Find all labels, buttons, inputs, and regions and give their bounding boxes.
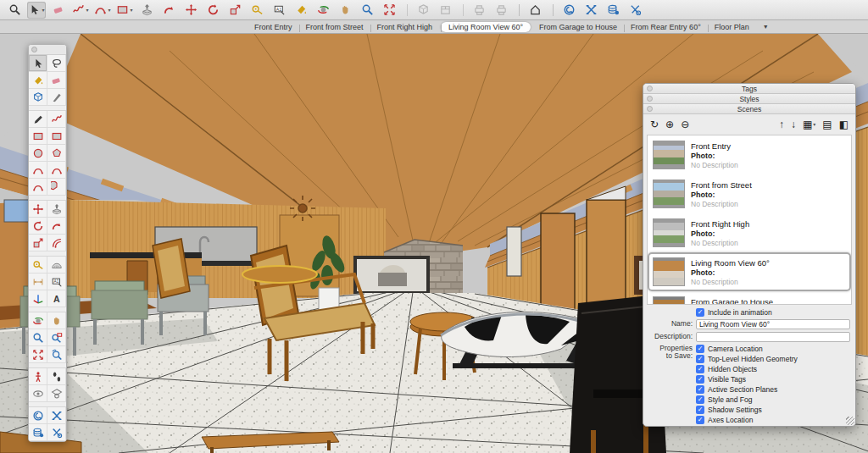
print-tool[interactable]: ▾ [470,2,488,19]
extension-manager-tool[interactable] [47,424,66,441]
panel-header[interactable]: Scenes [643,104,855,114]
text-tool[interactable]: ▾ [270,2,288,19]
axes-tool[interactable] [29,290,47,307]
rectangle-tool[interactable]: ▾ [115,2,134,19]
property-checkbox[interactable]: ✓ [696,416,704,424]
panel-header[interactable]: Tags [643,84,855,94]
offset-tool[interactable] [47,235,66,251]
eraser-tool[interactable] [47,72,66,89]
3d-warehouse-tool[interactable]: ▾ [559,2,578,19]
arc-tool[interactable] [29,162,47,179]
shared-models-tool[interactable]: ▾ [604,2,622,19]
view-options[interactable]: ▦▾ [803,119,815,130]
scene-tab[interactable]: Front Right High [370,22,440,32]
pan-tool[interactable] [47,312,66,329]
previous-view-tool[interactable] [47,346,66,363]
follow-me-tool[interactable]: ▾ [159,2,178,19]
polygon-tool[interactable] [47,145,66,162]
zoom-extents-tool[interactable] [29,346,47,363]
walk-tool[interactable] [47,368,66,385]
scene-list-item[interactable]: Front Right High Photo: No Description [648,213,851,252]
rectangle-tool[interactable] [29,128,47,145]
scene-tabs-overflow-icon[interactable]: ▼ [756,23,776,30]
scene-tab[interactable]: Living Room View 60° [441,22,531,32]
select-tool[interactable]: ▾ [27,2,46,19]
move-tool[interactable]: ▾ [181,2,200,19]
zoom-tool[interactable]: ▾ [5,2,24,19]
rotated-rectangle-tool[interactable] [47,128,66,145]
3d-warehouse-tool[interactable] [29,407,47,424]
scene-tab[interactable]: Front from Street [299,22,370,32]
scene-tab[interactable]: Floor Plan [708,22,756,32]
knife-tool[interactable] [47,89,66,106]
orbit-tool[interactable] [29,312,47,329]
scale-tool[interactable] [29,235,47,251]
scene-tab[interactable]: From Rear Entry 60° [624,22,708,32]
home-tool[interactable]: ▾ [526,2,544,19]
tape-measure-tool[interactable]: ▾ [248,2,266,19]
orbit-tool[interactable]: ▾ [314,2,332,19]
push-pull-tool[interactable] [47,201,66,218]
zoom-window-tool[interactable] [47,329,66,346]
include-in-animation-checkbox[interactable]: ✓ [696,308,704,317]
freehand-tool[interactable] [47,111,66,128]
rotate-tool[interactable]: ▾ [203,2,222,19]
property-checkbox[interactable]: ✓ [696,355,704,363]
arc-tool[interactable]: ▾ [93,2,112,19]
lasso-tool[interactable] [47,55,66,72]
shared-models-tool[interactable] [29,424,47,441]
close-icon[interactable] [31,47,37,52]
scene-list-item[interactable]: Front Entry Photo: No Description [648,135,851,174]
look-around-tool[interactable] [29,385,47,402]
dimension-tool[interactable] [29,273,47,290]
property-checkbox[interactable]: ✓ [696,395,704,404]
extension-manager-tool[interactable]: ▾ [626,2,644,19]
position-camera-tool[interactable] [29,368,47,385]
property-checkbox[interactable]: ✓ [696,385,704,394]
update-scene[interactable]: ↻▾ [650,119,659,130]
export-tool[interactable]: ▾ [492,2,510,19]
scene-list-item[interactable]: Living Room View 60° Photo: No Descripti… [648,252,851,291]
show-details[interactable]: ▤▾ [822,119,832,130]
section-plane-tool[interactable] [47,385,66,402]
panel-resize-handle[interactable] [846,417,854,425]
move-scene-up[interactable]: ↑▾ [779,119,784,130]
tape-measure-tool[interactable] [29,257,47,273]
property-checkbox[interactable]: ✓ [696,345,704,353]
component-tool[interactable]: ▾ [414,2,432,19]
extension-warehouse-tool[interactable]: ▾ [581,2,600,19]
package-tool[interactable]: ▾ [436,2,454,19]
property-checkbox[interactable]: ✓ [696,365,704,373]
remove-scene[interactable]: ⊖▾ [681,119,689,130]
push-pull-tool[interactable]: ▾ [137,2,156,19]
follow-me-tool[interactable] [47,218,66,235]
scene-tab[interactable]: From Garage to House [532,22,624,32]
three-point-arc-tool[interactable] [29,179,47,196]
line-tool[interactable] [29,111,47,128]
panel-header[interactable]: Styles [643,94,855,104]
make-component-tool[interactable] [29,89,47,106]
scene-description-input[interactable] [696,332,850,342]
scene-name-input[interactable] [696,319,850,329]
two-point-arc-tool[interactable] [47,162,66,179]
zoom-view-tool[interactable]: ▾ [358,2,376,19]
add-scene[interactable]: ⊕▾ [665,119,674,130]
move-scene-down[interactable]: ↓▾ [791,119,796,130]
property-checkbox[interactable]: ✓ [696,375,704,384]
paint-bucket-tool[interactable]: ▾ [292,2,310,19]
eraser-tool[interactable]: ▾ [49,2,68,19]
text-tool[interactable] [47,273,66,290]
pan-tool[interactable]: ▾ [336,2,354,19]
select-tool[interactable] [29,55,47,72]
scene-list-item[interactable]: Front from Street Photo: No Description [648,174,851,213]
palette-title-bar[interactable] [29,45,66,55]
freehand-tool[interactable]: ▾ [71,2,90,19]
zoom-tool[interactable] [29,329,47,346]
property-checkbox[interactable]: ✓ [696,406,704,414]
scale-tool[interactable]: ▾ [225,2,244,19]
rotate-tool[interactable] [29,218,47,235]
3d-text-tool[interactable] [47,290,66,307]
protractor-tool[interactable] [47,257,66,273]
move-tool[interactable] [29,201,47,218]
scene-list-item[interactable]: From Garage to House Photo: No Descripti… [648,291,851,305]
